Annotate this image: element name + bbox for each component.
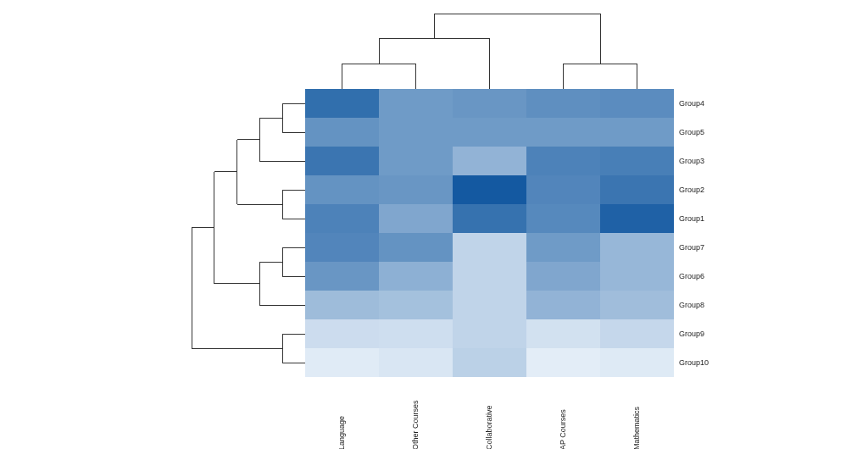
heatmap-cell — [379, 204, 453, 233]
heatmap-cell — [305, 319, 379, 348]
heatmap-cell — [600, 147, 674, 175]
row-labels: Group4Group5Group3Group2Group1Group7Grou… — [679, 89, 709, 377]
heatmap-cell — [379, 262, 453, 291]
heatmap-cell — [305, 175, 379, 204]
row-label: Group1 — [679, 204, 709, 233]
heatmap-cell — [453, 233, 526, 262]
heatmap-cell — [379, 118, 453, 147]
row-label: Group3 — [679, 147, 709, 175]
heatmap-cell — [305, 262, 379, 291]
column-label: Mathematics — [600, 382, 674, 449]
heatmap-cell — [379, 319, 453, 348]
heatmap-cell — [453, 175, 526, 204]
row-label: Group2 — [679, 175, 709, 204]
heatmap-cell — [305, 89, 379, 118]
column-label: Language — [305, 382, 379, 449]
heatmap-cell — [600, 204, 674, 233]
row-label: Group10 — [679, 348, 709, 377]
heatmap-cell — [526, 291, 600, 319]
row-label: Group5 — [679, 118, 709, 147]
row-label: Group9 — [679, 319, 709, 348]
heatmap-cell — [453, 147, 526, 175]
heatmap-cell — [379, 348, 453, 377]
heatmap-cell — [453, 348, 526, 377]
heatmap-cell — [453, 291, 526, 319]
column-label: Collaborative — [453, 382, 526, 449]
heatmap-cell — [453, 89, 526, 118]
heatmap-cell — [453, 262, 526, 291]
heatmap-cell — [600, 291, 674, 319]
heatmap-cell — [600, 348, 674, 377]
clustered-heatmap: Group4Group5Group3Group2Group1Group7Grou… — [0, 0, 868, 449]
heatmap-cell — [526, 118, 600, 147]
heatmap-cell — [526, 89, 600, 118]
heatmap-cell — [305, 348, 379, 377]
heatmap-cell — [526, 175, 600, 204]
row-label: Group8 — [679, 291, 709, 319]
heatmap-cell — [600, 233, 674, 262]
heatmap-cell — [379, 147, 453, 175]
heatmap-cell — [305, 118, 379, 147]
heatmap-cell — [379, 89, 453, 118]
heatmap-cell — [600, 89, 674, 118]
row-dendrogram — [186, 89, 305, 377]
heatmap-cell — [526, 319, 600, 348]
column-labels: LanguageOther CoursesCollaborativeAP Cou… — [305, 382, 674, 449]
column-dendrogram — [305, 8, 674, 89]
heatmap-cell — [305, 147, 379, 175]
heatmap-cell — [379, 175, 453, 204]
heatmap-cell — [379, 291, 453, 319]
heatmap-cell — [305, 204, 379, 233]
column-label: AP Courses — [526, 382, 600, 449]
row-label: Group4 — [679, 89, 709, 118]
heatmap-cell — [600, 319, 674, 348]
column-label: Other Courses — [379, 382, 453, 449]
heatmap-cell — [526, 262, 600, 291]
row-label: Group7 — [679, 233, 709, 262]
heatmap-cell — [526, 204, 600, 233]
heatmap-cell — [526, 147, 600, 175]
heatmap-cell — [526, 233, 600, 262]
heatmap-cell — [600, 262, 674, 291]
heatmap-cell — [453, 204, 526, 233]
heatmap-cell — [526, 348, 600, 377]
heatmap-cell — [453, 118, 526, 147]
heatmap-cell — [379, 233, 453, 262]
heatmap-grid — [305, 89, 674, 377]
heatmap-cell — [600, 175, 674, 204]
heatmap-cell — [453, 319, 526, 348]
heatmap-cell — [600, 118, 674, 147]
heatmap-cell — [305, 233, 379, 262]
row-label: Group6 — [679, 262, 709, 291]
heatmap-cell — [305, 291, 379, 319]
